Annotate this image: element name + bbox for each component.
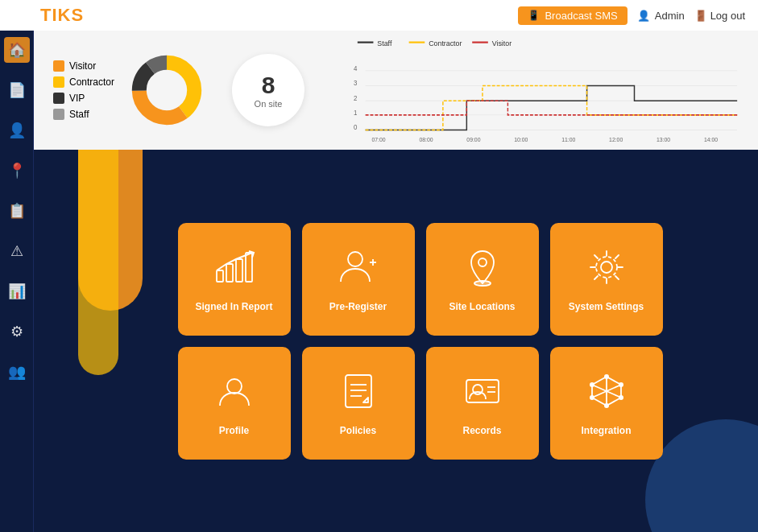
app-logo: TIKS: [40, 5, 84, 26]
svg-text:3: 3: [354, 79, 358, 88]
person-circle-icon: [213, 370, 255, 417]
sidebar-item-home[interactable]: 🏠: [4, 37, 30, 63]
svg-text:11:00: 11:00: [561, 135, 575, 142]
svg-text:14:00: 14:00: [704, 135, 718, 142]
tile-site-locations-label: Site Locations: [444, 301, 520, 312]
admin-user: 👤 Admin: [637, 10, 685, 22]
person-add-icon: [338, 246, 379, 293]
sidebar-item-location[interactable]: 📍: [4, 158, 30, 184]
id-card-icon: [462, 370, 503, 417]
sidebar-item-chart[interactable]: 📊: [4, 278, 30, 304]
svg-text:1: 1: [354, 108, 358, 117]
deco-yellow-sm: [78, 150, 118, 375]
donut-chart: [130, 54, 203, 126]
tile-policies[interactable]: Policies: [302, 347, 415, 460]
svg-rect-7: [409, 42, 425, 43]
svg-text:13:00: 13:00: [657, 135, 670, 142]
on-site-counter: 8 On site: [232, 54, 304, 126]
svg-point-40: [227, 379, 242, 394]
svg-rect-5: [358, 42, 374, 43]
tile-system-settings-label: System Settings: [564, 301, 648, 312]
map-pin-icon: [462, 246, 503, 293]
svg-text:12:00: 12:00: [609, 135, 623, 142]
tile-integration-label: Integration: [577, 425, 636, 436]
legend-item-contractor: Contractor: [53, 76, 114, 88]
svg-rect-29: [217, 270, 223, 282]
svg-rect-32: [246, 253, 252, 282]
legend-item-staff: Staff: [53, 109, 114, 120]
legend-item-vip: VIP: [53, 93, 114, 104]
svg-point-37: [474, 281, 491, 286]
svg-text:09:00: 09:00: [466, 135, 480, 142]
tile-pre-register-label: Pre-Register: [325, 301, 391, 312]
svg-rect-9: [472, 42, 488, 43]
tile-integration[interactable]: Integration: [550, 347, 663, 460]
sidebar-item-alert[interactable]: ⚠: [4, 238, 30, 264]
svg-text:Contractor: Contractor: [429, 39, 462, 48]
tile-site-locations[interactable]: Site Locations: [426, 223, 539, 336]
svg-rect-30: [226, 264, 233, 282]
legend: Visitor Contractor VIP Staff: [53, 60, 114, 120]
svg-point-39: [596, 257, 617, 278]
tile-records[interactable]: Records: [426, 347, 539, 460]
svg-text:0: 0: [354, 123, 358, 132]
svg-point-36: [478, 258, 487, 266]
tile-policies-label: Policies: [335, 425, 381, 436]
svg-text:10:00: 10:00: [514, 135, 528, 142]
sidebar: 🏠 📄 👤 📍 📋 ⚠ 📊 ⚙ 👥: [0, 31, 34, 532]
svg-rect-31: [236, 259, 242, 282]
logout-button[interactable]: 🚪 Log out: [694, 10, 745, 22]
sidebar-item-clipboard[interactable]: 📋: [4, 198, 30, 224]
svg-text:Visitor: Visitor: [492, 39, 512, 48]
svg-point-33: [348, 252, 362, 266]
svg-text:4: 4: [354, 64, 358, 72]
logo-t: T: [40, 5, 52, 25]
svg-text:07:00: 07:00: [372, 135, 386, 142]
svg-point-38: [601, 262, 612, 273]
broadcast-sms-button[interactable]: Broadcast SMS: [518, 6, 627, 25]
tile-records-label: Records: [458, 425, 506, 436]
tile-profile-label: Profile: [214, 425, 254, 436]
sidebar-item-gear[interactable]: ⚙: [4, 319, 30, 344]
document-lines-icon: [338, 370, 379, 417]
sidebar-item-document[interactable]: 📄: [4, 77, 30, 103]
tiles-grid: Signed In Report Pre-Register Site Locat…: [178, 223, 663, 460]
tile-system-settings[interactable]: System Settings: [550, 223, 663, 336]
sidebar-item-users[interactable]: 👥: [4, 359, 30, 385]
chart-bar-icon: [213, 246, 255, 293]
svg-text:08:00: 08:00: [419, 135, 433, 142]
svg-text:Staff: Staff: [377, 39, 391, 48]
sidebar-item-person[interactable]: 👤: [4, 118, 30, 143]
legend-item-visitor: Visitor: [53, 60, 114, 72]
gear-complex-icon: [586, 246, 628, 293]
tile-signed-in-report[interactable]: Signed In Report: [178, 223, 291, 336]
tile-profile[interactable]: Profile: [178, 347, 291, 460]
dashboard-main: Signed In Report Pre-Register Site Locat…: [34, 150, 758, 532]
tile-signed-in-report-label: Signed In Report: [191, 301, 278, 312]
tile-pre-register[interactable]: Pre-Register: [302, 223, 415, 336]
svg-text:2: 2: [354, 94, 358, 103]
line-chart: Staff Contractor Visitor 0 1 2 3 4 07:00…: [337, 31, 758, 150]
cube-network-icon: [586, 370, 628, 417]
